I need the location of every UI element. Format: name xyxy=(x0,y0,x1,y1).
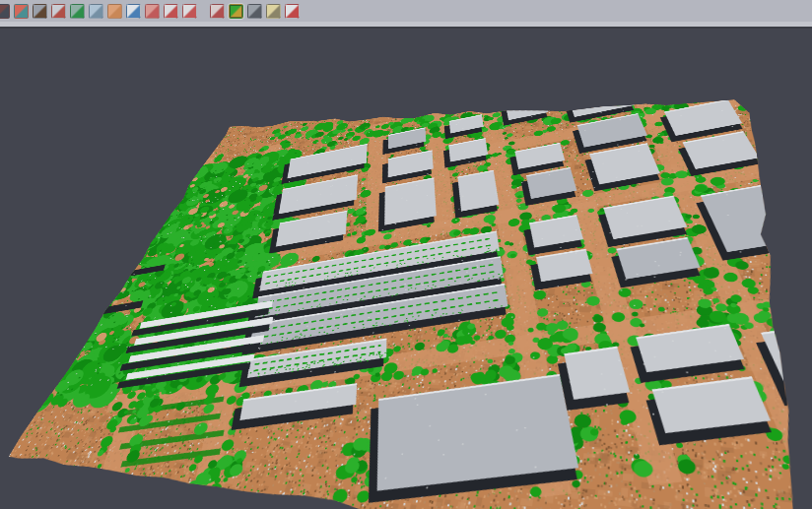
vegetation-layer-button[interactable] xyxy=(70,4,85,19)
sphere-tool-button[interactable] xyxy=(247,4,262,19)
colorize-tool-button[interactable] xyxy=(285,4,300,19)
3d-viewport[interactable] xyxy=(0,29,812,509)
measure-tool-button[interactable] xyxy=(266,4,281,19)
snapshot-button[interactable] xyxy=(210,4,225,19)
classification-view-button[interactable] xyxy=(229,4,243,19)
terrain-model-button[interactable] xyxy=(33,4,47,19)
target-point-button[interactable] xyxy=(164,4,178,19)
clip-box-button[interactable] xyxy=(0,4,10,19)
layer-list-button[interactable] xyxy=(145,4,160,19)
classify-points-button[interactable] xyxy=(14,4,29,19)
orthophoto-button[interactable] xyxy=(107,4,122,19)
profile-view-button[interactable] xyxy=(89,4,103,19)
toolbar xyxy=(0,0,812,22)
globe-view-button[interactable] xyxy=(126,4,141,19)
add-marker-button[interactable] xyxy=(51,4,66,19)
select-region-button[interactable] xyxy=(182,4,197,19)
application-window xyxy=(0,0,812,509)
point-cloud-canvas xyxy=(0,95,812,509)
